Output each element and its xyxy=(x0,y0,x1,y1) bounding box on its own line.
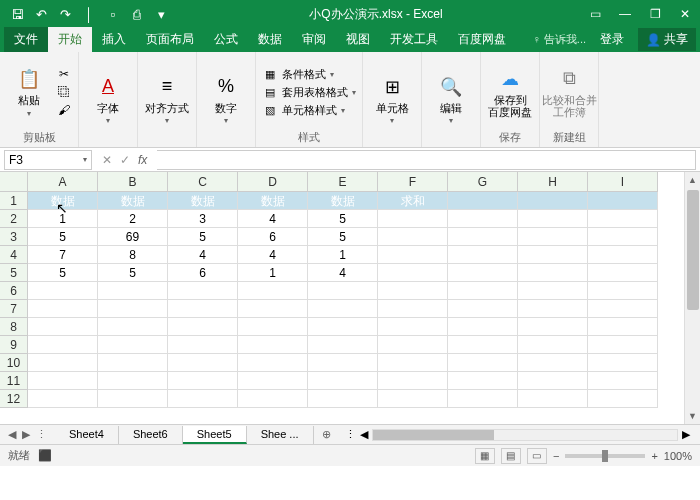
sheet-next-icon[interactable]: ▶ xyxy=(22,428,30,441)
cell[interactable]: 5 xyxy=(168,228,238,246)
column-header[interactable]: D xyxy=(238,172,308,192)
cell[interactable] xyxy=(378,228,448,246)
cell[interactable] xyxy=(588,282,658,300)
cell[interactable]: 4 xyxy=(238,246,308,264)
row-header[interactable]: 1 xyxy=(0,192,28,210)
cell[interactable]: 6 xyxy=(238,228,308,246)
cell[interactable] xyxy=(448,300,518,318)
cell[interactable] xyxy=(588,354,658,372)
cell[interactable]: 1 xyxy=(238,264,308,282)
cell[interactable]: 5 xyxy=(308,228,378,246)
cell[interactable] xyxy=(448,192,518,210)
sheet-tab-sheet4[interactable]: Sheet4 xyxy=(55,426,119,444)
cell[interactable] xyxy=(588,246,658,264)
cell[interactable]: 3 xyxy=(168,210,238,228)
align-button[interactable]: ≡ 对齐方式 ▾ xyxy=(144,67,190,133)
tab-formulas[interactable]: 公式 xyxy=(204,27,248,52)
qat-dropdown-icon[interactable]: ▾ xyxy=(150,3,172,25)
column-header[interactable]: B xyxy=(98,172,168,192)
cell[interactable] xyxy=(28,372,98,390)
zoom-slider[interactable] xyxy=(565,454,645,458)
row-header[interactable]: 9 xyxy=(0,336,28,354)
cell[interactable] xyxy=(588,300,658,318)
row-header[interactable]: 12 xyxy=(0,390,28,408)
cell[interactable] xyxy=(518,192,588,210)
copy-icon[interactable]: ⿻ xyxy=(56,84,72,100)
cell[interactable] xyxy=(518,318,588,336)
cell[interactable] xyxy=(588,210,658,228)
cell[interactable] xyxy=(448,264,518,282)
cell[interactable] xyxy=(168,300,238,318)
cell[interactable] xyxy=(518,282,588,300)
formula-input[interactable] xyxy=(157,150,696,170)
cell[interactable] xyxy=(518,390,588,408)
table-format-button[interactable]: ▤套用表格格式▾ xyxy=(262,84,356,100)
cell[interactable] xyxy=(238,318,308,336)
cell[interactable] xyxy=(518,210,588,228)
cell[interactable] xyxy=(518,300,588,318)
cell[interactable]: 4 xyxy=(308,264,378,282)
cell[interactable] xyxy=(238,372,308,390)
cell[interactable] xyxy=(448,390,518,408)
tab-review[interactable]: 审阅 xyxy=(292,27,336,52)
column-header[interactable]: A xyxy=(28,172,98,192)
cell[interactable]: 4 xyxy=(168,246,238,264)
tab-file[interactable]: 文件 xyxy=(4,27,48,52)
cell[interactable] xyxy=(308,300,378,318)
cancel-icon[interactable]: ✕ xyxy=(102,153,112,167)
share-button[interactable]: 👤 共享 xyxy=(638,28,696,51)
cell[interactable]: 6 xyxy=(168,264,238,282)
cell[interactable] xyxy=(28,300,98,318)
row-header[interactable]: 3 xyxy=(0,228,28,246)
cell[interactable]: 69 xyxy=(98,228,168,246)
horizontal-scrollbar[interactable]: ⋮ ◀ ▶ xyxy=(339,428,700,441)
cell[interactable] xyxy=(168,282,238,300)
scroll-right-icon[interactable]: ▶ xyxy=(678,428,694,441)
cell[interactable]: 7 xyxy=(28,246,98,264)
cell[interactable] xyxy=(98,354,168,372)
save-icon[interactable]: 🖫 xyxy=(6,3,28,25)
cell[interactable] xyxy=(518,246,588,264)
cell[interactable] xyxy=(378,336,448,354)
cell-style-button[interactable]: ▧单元格样式▾ xyxy=(262,102,356,118)
chevron-down-icon[interactable]: ▾ xyxy=(83,155,87,164)
cell[interactable] xyxy=(28,354,98,372)
cell[interactable] xyxy=(98,282,168,300)
cell[interactable] xyxy=(308,390,378,408)
cell[interactable] xyxy=(378,210,448,228)
cell[interactable] xyxy=(448,246,518,264)
cell[interactable] xyxy=(308,354,378,372)
undo-icon[interactable]: ↶ xyxy=(30,3,52,25)
row-header[interactable]: 6 xyxy=(0,282,28,300)
cell[interactable] xyxy=(308,318,378,336)
column-header[interactable]: G xyxy=(448,172,518,192)
cell[interactable] xyxy=(378,264,448,282)
baidu-save-button[interactable]: ☁ 保存到 百度网盘 xyxy=(487,59,533,125)
sheet-tab-sheet5[interactable]: Sheet5 xyxy=(183,426,247,444)
redo-icon[interactable]: ↷ xyxy=(54,3,76,25)
ribbon-options-icon[interactable]: ▭ xyxy=(580,0,610,28)
add-sheet-icon[interactable]: ⊕ xyxy=(314,428,339,441)
new-icon[interactable]: ▫ xyxy=(102,3,124,25)
row-header[interactable]: 4 xyxy=(0,246,28,264)
cell[interactable] xyxy=(588,264,658,282)
cell[interactable] xyxy=(378,354,448,372)
cell[interactable] xyxy=(448,228,518,246)
tab-data[interactable]: 数据 xyxy=(248,27,292,52)
cell[interactable] xyxy=(238,390,308,408)
cell[interactable] xyxy=(168,372,238,390)
cell[interactable] xyxy=(238,354,308,372)
cell[interactable] xyxy=(588,372,658,390)
cell[interactable]: 数据 xyxy=(28,192,98,210)
cell[interactable]: 2 xyxy=(98,210,168,228)
cell[interactable] xyxy=(448,336,518,354)
scroll-left-icon[interactable]: ◀ xyxy=(356,428,372,441)
column-header[interactable]: H xyxy=(518,172,588,192)
cell[interactable] xyxy=(448,282,518,300)
number-button[interactable]: % 数字 ▾ xyxy=(203,67,249,133)
scroll-thumb[interactable] xyxy=(687,190,699,310)
cell[interactable] xyxy=(98,318,168,336)
cell[interactable]: 1 xyxy=(28,210,98,228)
font-button[interactable]: A 字体 ▾ xyxy=(85,67,131,133)
cell[interactable] xyxy=(28,318,98,336)
